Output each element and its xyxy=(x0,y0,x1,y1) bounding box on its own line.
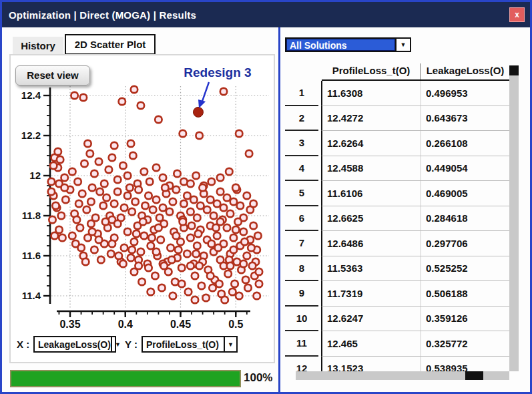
scatter-point xyxy=(89,184,95,191)
scatter-point xyxy=(127,140,134,147)
row-number: 1 xyxy=(285,81,318,106)
row-number: 8 xyxy=(285,256,318,282)
chevron-down-icon[interactable]: ▼ xyxy=(395,39,410,51)
scatter-point xyxy=(237,202,244,209)
scatter-point xyxy=(217,188,224,195)
horizontal-scrollbar[interactable] xyxy=(296,371,509,380)
svg-text:11.8: 11.8 xyxy=(22,210,41,221)
scatter-point xyxy=(222,297,228,303)
leakageloss-value: 0.506188 xyxy=(421,281,509,306)
table-row[interactable]: 312.62640.266108 xyxy=(282,131,519,156)
history-scatter-plot[interactable]: 12.412.21211.811.611.40.350.40.450.5Rede… xyxy=(10,55,274,332)
scatter-point xyxy=(146,178,153,185)
leakageloss-value: 0.359126 xyxy=(421,307,509,331)
table-row[interactable]: 111.63080.496953 xyxy=(282,81,519,106)
window-title: Optimization | Direct (MOGA) | Results xyxy=(2,9,196,21)
table-row[interactable]: 511.61060.469005 xyxy=(282,181,519,206)
table-row[interactable]: 811.53630.525252 xyxy=(282,256,519,282)
table-row[interactable]: 911.73190.506188 xyxy=(282,281,519,307)
scatter-point xyxy=(246,150,252,157)
table-row[interactable]: 1012.62470.359126 xyxy=(282,307,519,332)
scatter-point xyxy=(158,284,165,291)
scatter-point xyxy=(61,184,68,191)
panel-divider xyxy=(278,27,280,394)
vertical-scrollbar[interactable] xyxy=(509,65,519,371)
scatter-point xyxy=(202,294,209,301)
scatter-point xyxy=(81,160,87,167)
svg-text:11.6: 11.6 xyxy=(22,250,41,261)
title-bar: Optimization | Direct (MOGA) | Results x xyxy=(2,2,530,27)
column-header-leakageloss[interactable]: LeakageLoss(O) xyxy=(421,63,509,80)
profileloss-value: 12.4272 xyxy=(322,106,421,131)
scatter-point xyxy=(77,244,84,251)
horizontal-scrollbar-thumb[interactable] xyxy=(465,371,483,380)
scatter-point xyxy=(89,228,95,235)
scatter-point xyxy=(124,192,131,199)
svg-text:12: 12 xyxy=(29,170,41,181)
scatter-point xyxy=(254,292,260,299)
solutions-filter-value: All Solutions xyxy=(286,39,395,51)
scatter-point xyxy=(227,210,234,217)
scatter-point xyxy=(124,228,131,235)
leakageloss-value: 0.325772 xyxy=(421,331,509,356)
column-header-profileloss[interactable]: ProfileLoss_t(O) xyxy=(322,63,420,80)
scatter-point xyxy=(160,204,166,211)
scatter-point xyxy=(220,204,227,211)
table-row[interactable]: 1112.4650.325772 xyxy=(282,331,519,357)
scatter-point xyxy=(184,192,190,199)
scatter-point xyxy=(161,262,168,269)
scatter-point xyxy=(193,172,200,179)
solutions-filter-dropdown[interactable]: All Solutions ▼ xyxy=(285,37,411,52)
scatter-point xyxy=(79,190,85,197)
reset-view-button[interactable]: Reset view xyxy=(15,65,90,85)
scatter-point xyxy=(138,248,144,255)
scatter-point xyxy=(231,280,238,287)
table-row[interactable]: 1213.15230.538935 xyxy=(282,357,519,372)
x-variable-select[interactable]: LeakageLoss(O) ▼ xyxy=(33,336,116,353)
scatter-point xyxy=(198,282,205,289)
scatter-point xyxy=(153,164,160,171)
chevron-down-icon[interactable]: ▼ xyxy=(111,337,123,351)
scatter-point xyxy=(97,188,103,195)
y-variable-select[interactable]: ProfileLoss_t(O) ▼ xyxy=(142,336,238,353)
tab-history[interactable]: History xyxy=(13,37,63,55)
scatter-point xyxy=(256,268,262,275)
scatter-point xyxy=(174,170,180,177)
tab-2d-scatter-plot[interactable]: 2D Scatter Plot xyxy=(65,34,156,55)
profileloss-value: 12.6486 xyxy=(322,231,421,256)
scatter-point xyxy=(240,228,247,235)
close-icon[interactable]: x xyxy=(509,7,525,22)
table-row[interactable]: 412.45880.449054 xyxy=(282,156,519,182)
scatter-point xyxy=(77,224,83,231)
scatter-point xyxy=(100,202,107,209)
scatter-point xyxy=(148,288,154,295)
scatter-point xyxy=(187,208,194,215)
scatter-point xyxy=(129,246,136,253)
scatter-point xyxy=(212,224,219,231)
profileloss-value: 11.5363 xyxy=(322,256,421,281)
scatter-point xyxy=(59,234,65,241)
profileloss-value: 11.6106 xyxy=(322,181,421,206)
scatter-point xyxy=(244,284,251,291)
scatter-point xyxy=(226,168,232,175)
scatter-point xyxy=(180,130,186,137)
vertical-scrollbar-thumb[interactable] xyxy=(509,65,519,75)
scatter-point xyxy=(215,244,222,251)
scatter-point xyxy=(256,280,262,287)
row-number: 9 xyxy=(285,281,318,307)
table-row[interactable]: 612.66250.284618 xyxy=(282,206,519,232)
scatter-point xyxy=(103,194,109,201)
table-row[interactable]: 712.64860.297706 xyxy=(282,231,519,256)
scatter-point xyxy=(95,158,102,165)
table-row[interactable]: 212.42720.643673 xyxy=(282,106,519,132)
row-number: 7 xyxy=(285,231,318,256)
scatter-point xyxy=(105,166,112,173)
svg-text:12.2: 12.2 xyxy=(21,130,41,141)
scatter-point xyxy=(145,264,152,271)
scatter-point xyxy=(62,196,69,203)
scatter-point xyxy=(119,98,125,105)
scatter-point xyxy=(69,232,75,239)
chevron-down-icon[interactable]: ▼ xyxy=(224,337,236,351)
svg-text:12.4: 12.4 xyxy=(21,89,41,101)
svg-text:0.4: 0.4 xyxy=(118,319,133,330)
